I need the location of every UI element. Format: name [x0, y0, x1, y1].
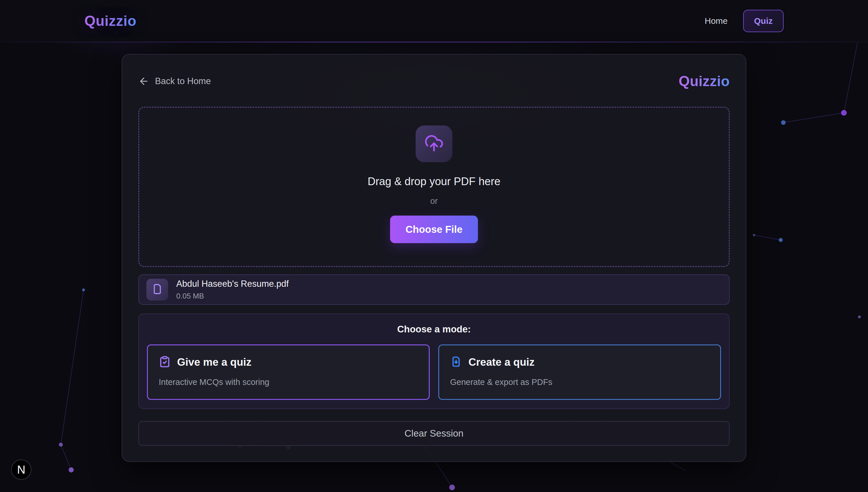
- cloud-upload-icon: [424, 133, 444, 154]
- mode-subtitle: Generate & export as PDFs: [450, 377, 709, 387]
- choose-file-button[interactable]: Choose File: [390, 216, 478, 243]
- dropzone-separator: or: [145, 196, 723, 206]
- file-size: 0.05 MB: [176, 292, 289, 300]
- file-name: Abdul Haseeb's Resume.pdf: [176, 279, 289, 289]
- pdf-dropzone[interactable]: Drag & drop your PDF here or Choose File: [138, 107, 730, 267]
- document-icon: [151, 283, 163, 296]
- nextjs-n-logo: N: [17, 464, 26, 475]
- quiz-setup-card: Back to Home Quizzio Drag & drop your PD…: [122, 54, 746, 462]
- mode-grid: Give me a quiz Interactive MCQs with sco…: [147, 344, 721, 400]
- navbar: Quizzio Home Quiz: [0, 0, 868, 42]
- mode-heading: Choose a mode:: [147, 324, 721, 335]
- mode-title: Give me a quiz: [177, 356, 251, 368]
- arrow-left-icon: [138, 76, 149, 87]
- mode-subtitle: Interactive MCQs with scoring: [159, 377, 418, 387]
- nav-link-home[interactable]: Home: [705, 16, 728, 26]
- mode-title: Create a quiz: [468, 356, 535, 368]
- file-icon-tile: [146, 279, 168, 300]
- dropzone-heading: Drag & drop your PDF here: [145, 175, 723, 188]
- navbar-logo[interactable]: Quizzio: [84, 13, 137, 29]
- navbar-links: Home Quiz: [705, 10, 784, 32]
- mode-card-header: Give me a quiz: [159, 355, 418, 369]
- mode-card-header: Create a quiz: [450, 355, 709, 369]
- nextjs-dev-badge[interactable]: N: [11, 459, 31, 480]
- card-title: Quizzio: [678, 73, 730, 90]
- upload-icon-tile: [416, 125, 452, 162]
- file-down-icon: [450, 355, 462, 369]
- back-to-home-link[interactable]: Back to Home: [138, 76, 211, 87]
- back-to-home-label: Back to Home: [155, 76, 211, 87]
- clear-session-button[interactable]: Clear Session: [138, 421, 730, 446]
- clipboard-check-icon: [159, 355, 171, 369]
- mode-card-create-a-quiz[interactable]: Create a quiz Generate & export as PDFs: [438, 344, 721, 400]
- uploaded-file-row[interactable]: Abdul Haseeb's Resume.pdf 0.05 MB: [138, 274, 730, 305]
- mode-card-give-me-a-quiz[interactable]: Give me a quiz Interactive MCQs with sco…: [147, 344, 430, 400]
- nav-link-quiz[interactable]: Quiz: [743, 10, 784, 32]
- mode-section: Choose a mode: Give me a quiz Interactiv…: [138, 314, 730, 409]
- file-meta: Abdul Haseeb's Resume.pdf 0.05 MB: [176, 279, 289, 300]
- card-header: Back to Home Quizzio: [138, 73, 730, 90]
